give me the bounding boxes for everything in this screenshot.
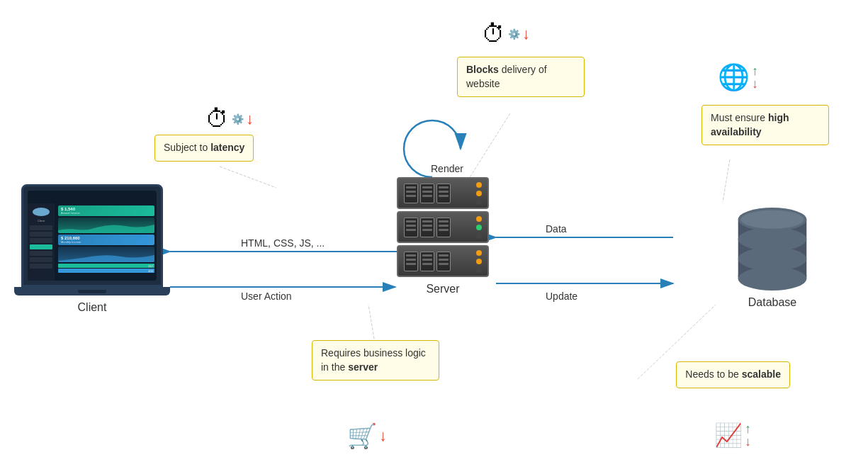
laptop-body: Client $ 1,540 Annual Income bbox=[21, 184, 163, 287]
server-unit-3 bbox=[397, 245, 489, 277]
server-unit-1 bbox=[397, 177, 489, 209]
sidebar-row-6 bbox=[30, 257, 52, 262]
server-lights-3 bbox=[476, 250, 482, 273]
blocks-tail bbox=[468, 113, 510, 181]
red-down-blocks: ↓ bbox=[522, 26, 530, 42]
server-lights-2 bbox=[476, 216, 482, 239]
biz-callout: Requires business logic in the server bbox=[312, 340, 439, 381]
ha-text-normal: Must ensure bbox=[711, 112, 768, 123]
data-label: Data bbox=[546, 223, 567, 235]
server-slots-1 bbox=[404, 184, 473, 203]
light-orange-1 bbox=[476, 182, 482, 188]
slot-9 bbox=[436, 252, 451, 271]
scalable-icon-wrapper: 📈 ↑ ↓ bbox=[714, 422, 751, 449]
sidebar-row-5 bbox=[30, 251, 52, 256]
blocks-callout: Blocks delivery of website bbox=[457, 57, 585, 97]
client-label: Client bbox=[78, 301, 107, 314]
database-label: Database bbox=[748, 296, 797, 309]
sidebar-row-4 bbox=[30, 244, 52, 249]
red-down-scalable: ↓ bbox=[745, 435, 751, 448]
stopwatch-icon-blocks: ⏱ bbox=[482, 20, 506, 47]
database-icon bbox=[733, 198, 811, 291]
screen-main: $ 1,540 Annual Income $ 210,660 Monthly … bbox=[56, 203, 157, 281]
screen-username: Client bbox=[30, 219, 52, 222]
globe-icon-ha: 🌐 bbox=[718, 62, 750, 92]
scalable-text-bold: scalable bbox=[742, 368, 781, 380]
svg-point-8 bbox=[740, 210, 804, 229]
sidebar-row-1 bbox=[30, 225, 52, 230]
laptop-notch bbox=[78, 290, 106, 293]
light-orange-3 bbox=[476, 216, 482, 222]
user-action-label: User Action bbox=[241, 291, 292, 302]
green-up-scalable: ↑ bbox=[745, 422, 751, 435]
slot-4 bbox=[404, 218, 418, 237]
screen-sidebar: Client bbox=[28, 203, 55, 281]
scalable-callout: Needs to be scalable bbox=[676, 361, 790, 388]
light-off-2 bbox=[476, 233, 482, 239]
database-wrapper: Database bbox=[733, 198, 811, 309]
latency-text-bold: latency bbox=[210, 142, 244, 153]
html-css-js-label: HTML, CSS, JS, ... bbox=[241, 237, 325, 249]
update-label: Update bbox=[546, 291, 577, 302]
sidebar-row-3 bbox=[30, 238, 52, 243]
slot-1 bbox=[404, 184, 418, 203]
light-orange-4 bbox=[476, 250, 482, 256]
red-down-latency: ↓ bbox=[246, 111, 254, 127]
stopwatch-icon-latency: ⏱ bbox=[205, 105, 230, 133]
ha-tail bbox=[723, 159, 730, 202]
ha-icon-wrapper: 🌐 ↑ ↓ bbox=[718, 62, 758, 92]
biz-text-bold: server bbox=[348, 361, 378, 373]
latency-icon-wrapper: ⏱ ⚙️ ↓ bbox=[205, 105, 254, 133]
client-laptop: Client $ 1,540 Annual Income bbox=[14, 184, 170, 314]
light-off-1 bbox=[476, 199, 482, 205]
sidebar-row-7 bbox=[30, 264, 52, 269]
server-slots-3 bbox=[404, 252, 473, 271]
slot-7 bbox=[404, 252, 418, 271]
render-label: Render bbox=[431, 163, 463, 174]
slot-3 bbox=[436, 184, 451, 203]
light-off-3 bbox=[476, 267, 482, 273]
laptop-screen: Client $ 1,540 Annual Income bbox=[28, 191, 157, 281]
server-unit-2 bbox=[397, 211, 489, 243]
chart-icon: 📈 bbox=[714, 422, 743, 449]
server-slots-2 bbox=[404, 218, 473, 237]
svg-point-7 bbox=[738, 267, 807, 291]
blocks-icon-wrapper: ⏱ ⚙️ ↓ bbox=[482, 20, 530, 47]
blocks-text-bold: Blocks bbox=[466, 64, 499, 75]
ha-callout: Must ensure high availability bbox=[701, 105, 829, 145]
red-down-ha: ↓ bbox=[752, 77, 758, 90]
light-orange-2 bbox=[476, 191, 482, 196]
red-down-cart: ↓ bbox=[379, 428, 387, 444]
latency-tail bbox=[220, 167, 276, 188]
light-orange-5 bbox=[476, 259, 482, 264]
server-stack-wrapper: Server bbox=[397, 177, 489, 295]
slot-6 bbox=[436, 218, 451, 237]
laptop-base bbox=[14, 287, 170, 295]
scalable-text-normal: Needs to be bbox=[685, 368, 741, 380]
diagram-container: Client $ 1,540 Annual Income bbox=[0, 0, 868, 462]
green-up-ha: ↑ bbox=[752, 64, 758, 77]
latency-text-normal: Subject to bbox=[164, 142, 210, 153]
sidebar-row-2 bbox=[30, 232, 52, 237]
latency-callout: Subject to latency bbox=[154, 135, 254, 162]
server-lights-1 bbox=[476, 182, 482, 205]
cart-icon-wrapper: 🛒 ↓ bbox=[347, 422, 387, 450]
slot-8 bbox=[420, 252, 434, 271]
slot-2 bbox=[420, 184, 434, 203]
server-label: Server bbox=[426, 283, 459, 295]
light-green-1 bbox=[476, 225, 482, 230]
slot-5 bbox=[420, 218, 434, 237]
server-stack bbox=[397, 177, 489, 277]
cart-icon: 🛒 bbox=[347, 422, 377, 450]
